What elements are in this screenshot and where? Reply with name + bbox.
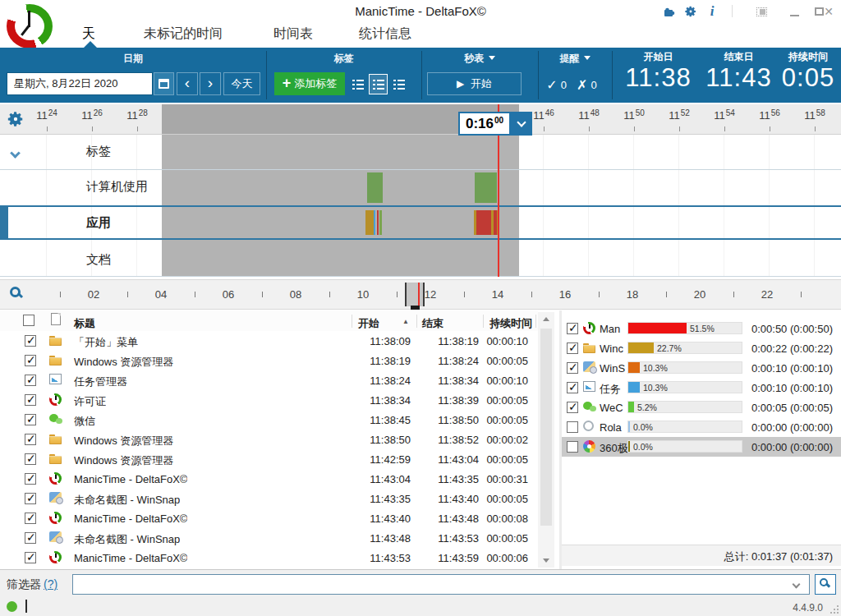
summary-checkbox[interactable] xyxy=(567,323,578,334)
filter-search-button[interactable] xyxy=(815,574,836,595)
timeline-row-documents[interactable]: 文档 xyxy=(86,252,111,268)
table-row[interactable]: 任务管理器11:38:2411:38:3400:00:10 xyxy=(0,370,538,390)
overview-tick xyxy=(397,292,398,297)
table-row[interactable]: 微信11:38:4511:38:5000:00:05 xyxy=(0,410,538,430)
row-start-time: 11:38:45 xyxy=(345,414,411,426)
table-scrollbar[interactable] xyxy=(538,312,554,568)
summary-checkbox[interactable] xyxy=(567,362,578,374)
tab-day[interactable]: 天 xyxy=(82,25,95,43)
table-row[interactable]: Windows 资源管理器11:42:5911:43:0400:00:05 xyxy=(0,449,538,469)
tab-untagged-time[interactable]: 未标记的时间 xyxy=(144,25,223,43)
day-duration-block: 持续时间 0:05 xyxy=(777,50,839,91)
summary-time: 0:00:00 (0:00:00) xyxy=(701,441,833,453)
table-row[interactable]: 未命名截图 - WinSnap11:43:3511:43:4000:00:05 xyxy=(0,489,538,508)
calendar-button[interactable] xyxy=(154,72,174,95)
summary-row[interactable]: 360极0.0%0:00:00 (0:00:00) xyxy=(562,437,841,457)
row-checkbox[interactable] xyxy=(25,473,36,485)
ruler-tick xyxy=(544,126,545,131)
ruler-minute-text: 56 xyxy=(771,108,780,117)
ruler-hour-text: 11 xyxy=(623,109,635,122)
row-checkbox[interactable] xyxy=(25,414,36,425)
table-row[interactable]: 许可证11:38:3411:38:3900:00:05 xyxy=(0,390,538,410)
row-checkbox[interactable] xyxy=(25,434,36,445)
row-checkbox[interactable] xyxy=(25,493,36,504)
timeline-row-tags[interactable]: 标签 xyxy=(86,144,111,159)
row-checkbox[interactable] xyxy=(25,513,36,524)
close-button[interactable]: ✕ xyxy=(821,4,836,19)
row-start-time: 11:43:48 xyxy=(345,532,411,545)
row-checkbox[interactable] xyxy=(25,355,36,366)
filter-input[interactable] xyxy=(72,574,810,595)
ribbon-separator xyxy=(612,51,613,99)
summary-percent-fill xyxy=(628,382,640,393)
overview-viewport-box[interactable] xyxy=(405,283,425,306)
table-row[interactable]: Windows 资源管理器11:38:5011:38:5200:00:02 xyxy=(0,430,538,449)
timeline-row-computer-usage[interactable]: 计算机使用 xyxy=(86,179,148,195)
row-checkbox[interactable] xyxy=(25,532,36,544)
selection-dropdown-button[interactable] xyxy=(511,112,532,136)
settings-gear-icon[interactable] xyxy=(683,4,698,19)
ruler-minute-text: 28 xyxy=(139,108,148,117)
reminders-section-label[interactable]: 提醒 xyxy=(538,52,612,66)
summary-time: 0:00:10 (0:00:10) xyxy=(701,382,833,394)
scroll-up-icon[interactable] xyxy=(543,317,549,321)
table-row[interactable]: ManicTime - DeltaFoX©11:43:0411:43:3500:… xyxy=(0,469,538,489)
summary-row[interactable]: 任务10.3%0:00:10 (0:00:10) xyxy=(562,378,841,398)
stopwatch-start-button[interactable]: ▶ 开始 xyxy=(427,72,522,95)
summary-checkbox[interactable] xyxy=(567,402,578,413)
row-title: ManicTime - DeltaFoX© xyxy=(74,473,187,485)
table-row[interactable]: 「开始」菜单11:38:0911:38:1900:00:10 xyxy=(0,331,538,351)
row-checkbox[interactable] xyxy=(25,394,36,406)
view-list-button[interactable] xyxy=(348,74,367,94)
next-day-button[interactable]: › xyxy=(200,72,221,95)
stopwatch-section-label[interactable]: 秒表 xyxy=(421,52,538,66)
view-compact-list-button[interactable] xyxy=(389,74,408,94)
ruler-hour-text: 11 xyxy=(126,109,138,122)
table-row[interactable]: ManicTime - DeltaFoX©11:43:4011:43:4800:… xyxy=(0,508,538,528)
overview-hour-label: 22 xyxy=(761,288,773,301)
timeline-row-applications[interactable]: 应用 xyxy=(86,215,111,231)
zoom-magnifier-icon[interactable] xyxy=(10,287,21,297)
table-row[interactable]: Windows 资源管理器11:38:1911:38:2400:00:05 xyxy=(0,351,538,370)
summary-checkbox[interactable] xyxy=(567,441,578,453)
minimize-button[interactable] xyxy=(787,4,802,19)
summary-checkbox[interactable] xyxy=(567,382,578,393)
row-checkbox[interactable] xyxy=(25,552,36,563)
scrollbar-thumb[interactable] xyxy=(540,329,552,526)
filter-help-link[interactable]: (?) xyxy=(44,577,57,591)
overview-drag-handle[interactable] xyxy=(411,306,420,310)
row-checkbox[interactable] xyxy=(25,335,36,347)
app-summary-panel: Man51.5%0:00:50 (0:00:50)Winc22.7%0:00:2… xyxy=(562,310,841,569)
summary-row[interactable]: Rola0.0%0:00:00 (0:00:00) xyxy=(562,417,841,437)
timeline-settings-gear-icon[interactable] xyxy=(7,110,25,128)
tab-statistics[interactable]: 统计信息 xyxy=(359,25,411,43)
info-icon[interactable]: i xyxy=(705,4,719,19)
reminder-counters[interactable]: ✓ 0 ✗ 0 xyxy=(538,77,612,93)
screenshot-icon[interactable] xyxy=(754,4,769,19)
summary-row[interactable]: Man51.5%0:00:50 (0:00:50) xyxy=(562,319,841,338)
table-row[interactable]: 未命名截图 - WinSnap11:43:4811:43:5300:00:05 xyxy=(0,528,538,548)
view-detailed-list-button[interactable] xyxy=(369,74,388,94)
filter-bar: 筛选器(?) xyxy=(0,569,841,597)
detailed-list-icon xyxy=(373,80,384,90)
ruler-hour-text: 11 xyxy=(759,109,770,122)
summary-checkbox[interactable] xyxy=(567,342,578,354)
scroll-down-icon[interactable] xyxy=(543,559,549,563)
summary-time: 0:00:10 (0:00:10) xyxy=(701,362,833,375)
prev-day-button[interactable]: ‹ xyxy=(177,72,198,95)
tab-timesheet[interactable]: 时间表 xyxy=(273,25,313,43)
summary-row[interactable]: WinS10.3%0:00:10 (0:00:10) xyxy=(562,358,841,378)
row-checkbox[interactable] xyxy=(25,375,36,386)
summary-row[interactable]: Winc22.7%0:00:22 (0:00:22) xyxy=(562,338,841,358)
summary-row[interactable]: WeC5.2%0:00:05 (0:00:05) xyxy=(562,398,841,417)
add-tag-button[interactable]: + 添加标签 xyxy=(274,72,345,95)
today-button[interactable]: 今天 xyxy=(223,72,260,95)
row-checkbox[interactable] xyxy=(25,453,36,465)
summary-checkbox[interactable] xyxy=(567,421,578,433)
plugin-icon[interactable] xyxy=(661,4,676,19)
table-row[interactable]: ManicTime - DeltaFoX©11:43:5311:43:5900:… xyxy=(0,548,538,568)
resize-grip[interactable] xyxy=(830,605,839,614)
summary-time: 0:00:05 (0:00:05) xyxy=(701,402,833,414)
date-input[interactable] xyxy=(7,72,153,95)
timeline-ruler-label: 1128 xyxy=(126,109,148,122)
